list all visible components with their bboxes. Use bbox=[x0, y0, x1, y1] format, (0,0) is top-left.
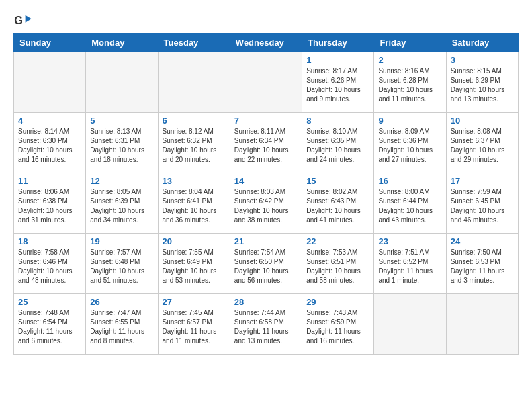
day-number: 16 bbox=[378, 176, 441, 186]
calendar-cell bbox=[446, 294, 518, 355]
calendar-cell: 1Sunrise: 8:17 AM Sunset: 6:26 PM Daylig… bbox=[302, 52, 374, 113]
day-detail: Sunrise: 7:54 AM Sunset: 6:50 PM Dayligh… bbox=[234, 248, 298, 285]
day-detail: Sunrise: 8:13 AM Sunset: 6:31 PM Dayligh… bbox=[90, 127, 153, 165]
header-area: G bbox=[13, 13, 519, 28]
day-detail: Sunrise: 8:08 AM Sunset: 6:37 PM Dayligh… bbox=[451, 127, 514, 165]
day-detail: Sunrise: 8:02 AM Sunset: 6:43 PM Dayligh… bbox=[306, 187, 369, 225]
weekday-header-friday: Friday bbox=[374, 34, 446, 52]
day-number: 5 bbox=[90, 116, 153, 126]
week-row-1: 1Sunrise: 8:17 AM Sunset: 6:26 PM Daylig… bbox=[14, 52, 519, 113]
day-number: 6 bbox=[163, 116, 226, 126]
day-number: 9 bbox=[378, 116, 441, 126]
calendar-cell: 26Sunrise: 7:47 AM Sunset: 6:55 PM Dayli… bbox=[86, 294, 158, 355]
calendar-cell: 21Sunrise: 7:54 AM Sunset: 6:50 PM Dayli… bbox=[230, 234, 302, 294]
day-detail: Sunrise: 7:59 AM Sunset: 6:45 PM Dayligh… bbox=[451, 187, 514, 225]
day-detail: Sunrise: 7:45 AM Sunset: 6:57 PM Dayligh… bbox=[163, 308, 226, 346]
weekday-header-row: SundayMondayTuesdayWednesdayThursdayFrid… bbox=[14, 34, 519, 52]
calendar-cell: 25Sunrise: 7:48 AM Sunset: 6:54 PM Dayli… bbox=[14, 294, 86, 355]
day-number: 22 bbox=[306, 236, 369, 246]
svg-text:G: G bbox=[14, 14, 23, 26]
calendar-cell: 22Sunrise: 7:53 AM Sunset: 6:51 PM Dayli… bbox=[302, 234, 374, 294]
day-number: 13 bbox=[163, 176, 226, 186]
day-detail: Sunrise: 7:58 AM Sunset: 6:46 PM Dayligh… bbox=[18, 248, 81, 285]
day-detail: Sunrise: 7:53 AM Sunset: 6:51 PM Dayligh… bbox=[306, 248, 369, 285]
calendar-cell: 15Sunrise: 8:02 AM Sunset: 6:43 PM Dayli… bbox=[302, 173, 374, 234]
day-number: 25 bbox=[18, 297, 81, 307]
week-row-4: 18Sunrise: 7:58 AM Sunset: 6:46 PM Dayli… bbox=[14, 234, 519, 294]
calendar-table: SundayMondayTuesdayWednesdayThursdayFrid… bbox=[13, 33, 519, 355]
calendar-cell: 5Sunrise: 8:13 AM Sunset: 6:31 PM Daylig… bbox=[86, 113, 158, 173]
calendar-cell: 17Sunrise: 7:59 AM Sunset: 6:45 PM Dayli… bbox=[446, 173, 518, 234]
calendar-cell: 12Sunrise: 8:05 AM Sunset: 6:39 PM Dayli… bbox=[86, 173, 158, 234]
day-detail: Sunrise: 8:14 AM Sunset: 6:30 PM Dayligh… bbox=[18, 127, 81, 165]
calendar-cell: 6Sunrise: 8:12 AM Sunset: 6:32 PM Daylig… bbox=[158, 113, 230, 173]
weekday-header-sunday: Sunday bbox=[14, 34, 86, 52]
week-row-5: 25Sunrise: 7:48 AM Sunset: 6:54 PM Dayli… bbox=[14, 294, 519, 355]
calendar-cell bbox=[230, 52, 302, 113]
calendar-cell: 27Sunrise: 7:45 AM Sunset: 6:57 PM Dayli… bbox=[158, 294, 230, 355]
day-number: 12 bbox=[90, 176, 153, 186]
day-detail: Sunrise: 7:48 AM Sunset: 6:54 PM Dayligh… bbox=[18, 308, 81, 346]
day-number: 21 bbox=[234, 236, 298, 246]
day-number: 1 bbox=[306, 55, 369, 65]
day-detail: Sunrise: 8:12 AM Sunset: 6:32 PM Dayligh… bbox=[163, 127, 226, 165]
calendar-cell: 8Sunrise: 8:10 AM Sunset: 6:35 PM Daylig… bbox=[302, 113, 374, 173]
day-number: 29 bbox=[306, 297, 369, 307]
day-number: 8 bbox=[306, 116, 369, 126]
day-number: 10 bbox=[451, 116, 514, 126]
day-number: 23 bbox=[378, 236, 441, 246]
day-detail: Sunrise: 7:55 AM Sunset: 6:49 PM Dayligh… bbox=[163, 248, 226, 285]
calendar-cell: 10Sunrise: 8:08 AM Sunset: 6:37 PM Dayli… bbox=[446, 113, 518, 173]
calendar-cell bbox=[14, 52, 86, 113]
day-number: 2 bbox=[378, 55, 441, 65]
calendar-cell: 14Sunrise: 8:03 AM Sunset: 6:42 PM Dayli… bbox=[230, 173, 302, 234]
day-detail: Sunrise: 8:04 AM Sunset: 6:41 PM Dayligh… bbox=[163, 187, 226, 225]
calendar-cell bbox=[158, 52, 230, 113]
day-detail: Sunrise: 8:15 AM Sunset: 6:29 PM Dayligh… bbox=[451, 66, 514, 104]
day-number: 3 bbox=[451, 55, 514, 65]
calendar-cell: 18Sunrise: 7:58 AM Sunset: 6:46 PM Dayli… bbox=[14, 234, 86, 294]
day-number: 7 bbox=[234, 116, 298, 126]
calendar-cell: 19Sunrise: 7:57 AM Sunset: 6:48 PM Dayli… bbox=[86, 234, 158, 294]
day-detail: Sunrise: 7:43 AM Sunset: 6:59 PM Dayligh… bbox=[306, 308, 369, 346]
calendar-cell: 3Sunrise: 8:15 AM Sunset: 6:29 PM Daylig… bbox=[446, 52, 518, 113]
week-row-2: 4Sunrise: 8:14 AM Sunset: 6:30 PM Daylig… bbox=[14, 113, 519, 173]
day-detail: Sunrise: 8:10 AM Sunset: 6:35 PM Dayligh… bbox=[306, 127, 369, 165]
day-detail: Sunrise: 7:44 AM Sunset: 6:58 PM Dayligh… bbox=[234, 308, 298, 346]
day-detail: Sunrise: 8:00 AM Sunset: 6:44 PM Dayligh… bbox=[378, 187, 441, 225]
weekday-header-tuesday: Tuesday bbox=[158, 34, 230, 52]
weekday-header-wednesday: Wednesday bbox=[230, 34, 302, 52]
calendar-cell bbox=[374, 294, 446, 355]
calendar-cell: 2Sunrise: 8:16 AM Sunset: 6:28 PM Daylig… bbox=[374, 52, 446, 113]
calendar-cell: 28Sunrise: 7:44 AM Sunset: 6:58 PM Dayli… bbox=[230, 294, 302, 355]
svg-marker-1 bbox=[26, 15, 32, 22]
calendar-cell: 23Sunrise: 7:51 AM Sunset: 6:52 PM Dayli… bbox=[374, 234, 446, 294]
calendar-cell: 24Sunrise: 7:50 AM Sunset: 6:53 PM Dayli… bbox=[446, 234, 518, 294]
day-detail: Sunrise: 7:47 AM Sunset: 6:55 PM Dayligh… bbox=[90, 308, 153, 346]
day-number: 26 bbox=[90, 297, 153, 307]
day-detail: Sunrise: 8:05 AM Sunset: 6:39 PM Dayligh… bbox=[90, 187, 153, 225]
day-detail: Sunrise: 8:11 AM Sunset: 6:34 PM Dayligh… bbox=[234, 127, 298, 165]
day-number: 17 bbox=[451, 176, 514, 186]
calendar-cell: 4Sunrise: 8:14 AM Sunset: 6:30 PM Daylig… bbox=[14, 113, 86, 173]
day-detail: Sunrise: 8:16 AM Sunset: 6:28 PM Dayligh… bbox=[378, 66, 441, 104]
day-detail: Sunrise: 8:06 AM Sunset: 6:38 PM Dayligh… bbox=[18, 187, 81, 225]
day-number: 24 bbox=[451, 236, 514, 246]
logo: G bbox=[13, 13, 35, 28]
calendar-cell: 11Sunrise: 8:06 AM Sunset: 6:38 PM Dayli… bbox=[14, 173, 86, 234]
week-row-3: 11Sunrise: 8:06 AM Sunset: 6:38 PM Dayli… bbox=[14, 173, 519, 234]
weekday-header-saturday: Saturday bbox=[446, 34, 518, 52]
day-number: 18 bbox=[18, 236, 81, 246]
calendar-cell: 9Sunrise: 8:09 AM Sunset: 6:36 PM Daylig… bbox=[374, 113, 446, 173]
day-detail: Sunrise: 7:57 AM Sunset: 6:48 PM Dayligh… bbox=[90, 248, 153, 285]
calendar-cell: 20Sunrise: 7:55 AM Sunset: 6:49 PM Dayli… bbox=[158, 234, 230, 294]
day-number: 15 bbox=[306, 176, 369, 186]
calendar-cell: 16Sunrise: 8:00 AM Sunset: 6:44 PM Dayli… bbox=[374, 173, 446, 234]
day-number: 14 bbox=[234, 176, 298, 186]
day-number: 28 bbox=[234, 297, 298, 307]
weekday-header-thursday: Thursday bbox=[302, 34, 374, 52]
weekday-header-monday: Monday bbox=[86, 34, 158, 52]
calendar-cell: 29Sunrise: 7:43 AM Sunset: 6:59 PM Dayli… bbox=[302, 294, 374, 355]
day-detail: Sunrise: 8:09 AM Sunset: 6:36 PM Dayligh… bbox=[378, 127, 441, 165]
day-number: 19 bbox=[90, 236, 153, 246]
